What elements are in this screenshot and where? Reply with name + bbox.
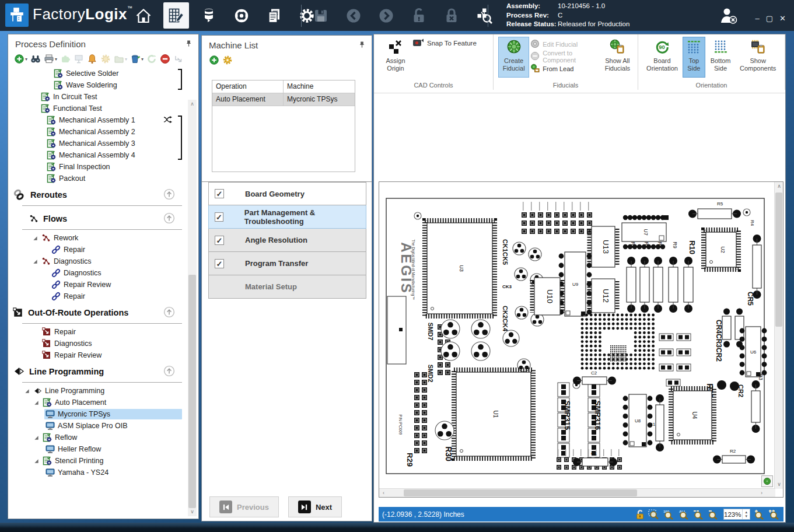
pcb-board[interactable]: AEGISThe Digital Mind of Manufacturing™P… [379,182,775,489]
gearGold-toolbar-icon[interactable] [222,55,233,65]
step-board-geometry[interactable]: ✓Board Geometry [208,182,366,205]
cad-vertical-scrollbar[interactable]: ∧ ∨ [774,182,783,489]
snap-button[interactable]: Snap To Feature [412,38,477,48]
section-flows[interactable]: Flows [8,208,190,229]
machine-table-row[interactable]: Auto PlacementMycronic TPSys [212,93,355,106]
expander-icon[interactable] [25,388,30,394]
scroll-right-icon[interactable]: › [757,489,766,498]
maximize-button[interactable]: ▢ [766,14,773,23]
from-lead-button[interactable]: From Lead [530,64,601,74]
find-toolbar-icon[interactable] [30,54,41,64]
tree-item-repair[interactable]: Repair [8,290,190,302]
user-session-icon[interactable] [719,6,739,28]
section-line-programming[interactable]: Line Programming [8,361,190,382]
step-checkbox[interactable]: ✓ [215,259,224,268]
machine-table[interactable]: OperationMachine Auto PlacementMycronic … [212,80,355,172]
scroll-up-icon[interactable]: ∧ [775,182,783,191]
next-button[interactable]: Next [288,496,342,517]
tree-item-yamaha-ys24[interactable]: Yamaha - YS24 [8,467,190,478]
fiducial-button[interactable]: CreateFiducial [498,37,529,78]
stop-toolbar-icon[interactable] [160,54,170,64]
pin-icon[interactable] [185,39,193,49]
cam-icon[interactable] [229,2,254,29]
tree-item-reflow[interactable]: Reflow [8,432,190,443]
expander-icon[interactable] [33,259,39,264]
pan-lock-icon[interactable] [635,509,645,520]
tree-item-diagnostics[interactable]: Diagnostics [8,338,190,349]
documents-icon[interactable] [261,2,287,29]
add-toolbar-icon[interactable] [209,55,219,65]
zoom-spinner[interactable]: ▲▼ [742,509,750,519]
machine-col-machine[interactable]: Machine [284,80,355,93]
rotate-90-button[interactable]: 90BoardOrientation [643,37,681,78]
process-editor-icon[interactable] [163,2,189,29]
zoom-in-icon[interactable] [754,509,765,520]
minimize-button[interactable]: – [755,14,760,23]
zoom-out-icon[interactable] [708,509,719,520]
tree-item-diagnostics[interactable]: Diagnostics [8,267,190,279]
tree-item-functional-test[interactable]: Functional Test [8,103,190,114]
collapse-section-icon[interactable] [163,365,175,379]
tree-item-asm-siplace-pro-oib[interactable]: ASM Siplace Pro OIB [8,420,190,432]
tree-item-line-programming[interactable]: Line Programming [8,385,190,397]
fiducial-quick-button[interactable] [761,475,773,487]
scroll-down-icon[interactable]: ∨ [188,508,197,516]
tree-item-final-inspection[interactable]: Final Inspection [8,161,190,173]
cad-horizontal-scrollbar[interactable]: ‹ › [379,488,775,497]
tree-item-in-circuit-test[interactable]: In Circuit Test [8,91,190,103]
tree-item-packout[interactable]: Packout [8,173,190,184]
step-checkbox[interactable]: ✓ [215,189,224,198]
flow-search-icon[interactable] [471,2,497,29]
zoom-out-double-icon[interactable] [693,509,704,520]
step-angle-resolution[interactable]: ✓Angle Resolution [208,229,366,252]
assign-origin-button[interactable]: AssignOrigin [379,37,412,78]
tree-item-mechanical-assembly-4[interactable]: Mechanical Assembly 4 [8,149,190,161]
tree-item-repair[interactable]: Repair [8,326,190,338]
zoom-window-icon[interactable] [648,509,659,520]
collapse-section-icon[interactable] [163,188,175,202]
step-checkbox[interactable]: ✓ [215,236,224,245]
materials-icon[interactable] [196,2,222,29]
tree-item-selective-solder[interactable]: Selective Solder [8,68,190,79]
tree-item-mechanical-assembly-2[interactable]: Mechanical Assembly 2 [8,126,190,138]
step-checkbox[interactable]: ✓ [215,212,223,222]
tree-item-auto-placement[interactable]: Auto Placement [8,397,190,408]
step-part-management-troubleshooting[interactable]: ✓Part Management & Troubleshooting [208,205,366,229]
tree-item-repair-review[interactable]: Repair Review [8,279,190,290]
add-toolbar-icon[interactable]: ▾ [14,54,27,64]
tree-item-mycronic-tpsys[interactable]: Mycronic TPSys [8,408,190,420]
tree-item-stencil-printing[interactable]: Stencil Printing [8,455,190,467]
bottom-side-button[interactable]: BottomSide [706,37,735,78]
step-material-setup[interactable]: Material Setup [208,275,366,299]
delete-toolbar-icon[interactable]: ▾ [130,54,144,64]
machine-col-operation[interactable]: Operation [212,80,284,93]
zoom-100-icon[interactable]: 100 [663,509,674,520]
tree-item-heller-reflow[interactable]: Heller Reflow [8,443,190,455]
collapse-section-icon[interactable] [163,306,175,320]
home-icon[interactable] [131,2,156,29]
close-button[interactable]: ✕ [779,14,786,23]
zoom-in-double-icon[interactable] [768,509,780,520]
section-reroutes[interactable]: Reroutes [8,184,190,205]
expander-icon[interactable] [34,400,40,405]
previous-button[interactable]: Previous [209,496,279,517]
cad-viewport[interactable]: AEGISThe Digital Mind of Manufacturing™P… [379,181,783,498]
tree-item-diagnostics[interactable]: Diagnostics [8,256,190,267]
pin-icon[interactable] [358,40,366,50]
tree-item-repair[interactable]: Repair [8,244,190,256]
section-out-of-route-operations[interactable]: Out-Of-Route Operations [8,302,190,323]
scroll-up-icon[interactable]: ∧ [188,100,197,108]
expander-icon[interactable] [34,435,40,440]
show-fiducials-button[interactable]: Show AllFiducials [602,37,633,78]
tree-item-repair-review[interactable]: Repair Review [8,349,190,361]
print-toolbar-icon[interactable]: ▾ [44,54,57,64]
zoom-all-icon[interactable]: ALL [678,509,690,520]
tree-item-wave-soldering[interactable]: Wave Soldering [8,79,190,91]
collapse-section-icon[interactable] [163,212,175,226]
expander-icon[interactable] [34,459,40,464]
process-tree-scrollbar[interactable]: ∧ ∨ [188,100,197,516]
scroll-down-icon[interactable]: ∨ [775,480,783,489]
show-components-button[interactable]: ShowComponents [736,37,780,78]
bell-toolbar-icon[interactable] [87,54,97,64]
top-side-button[interactable]: TopSide [683,37,705,78]
